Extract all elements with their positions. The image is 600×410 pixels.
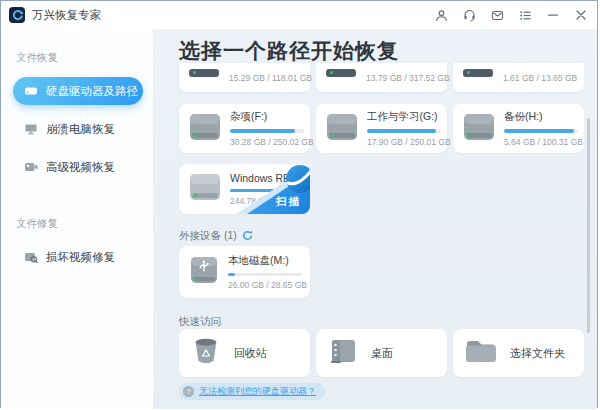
drive-icon — [189, 173, 221, 205]
capacity-bar — [230, 129, 304, 133]
quick-access-label: 快速访问 — [179, 315, 221, 329]
app-title: 万兴恢复专家 — [32, 8, 431, 23]
quick-access-label: 选择文件夹 — [510, 346, 565, 361]
drive-icon — [326, 113, 358, 145]
titlebar: 万兴恢复专家 — [1, 1, 597, 29]
sidebar-item-corrupted-video-repair[interactable]: 损坏视频修复 — [13, 243, 143, 271]
folder-icon — [465, 337, 497, 369]
drive-name: 备份(H:) — [504, 110, 574, 124]
support-icon[interactable] — [459, 5, 479, 25]
feedback-icon[interactable] — [487, 5, 507, 25]
usb-drive-icon — [189, 255, 219, 289]
sidebar: 文件恢复 硬盘驱动器及路径 崩溃电脑恢复 高级视频恢复 文件 — [1, 29, 153, 409]
menu-icon[interactable] — [515, 5, 535, 25]
sidebar-item-label: 硬盘驱动器及路径 — [46, 84, 138, 99]
page-title: 选择一个路径开始恢复 — [179, 37, 399, 65]
sidebar-item-advanced-video[interactable]: 高级视频恢复 — [13, 153, 143, 181]
drive-name: 杂项(F:) — [230, 110, 300, 124]
minimize-button[interactable] — [543, 5, 563, 25]
drive-card-partial[interactable]: 1.61 GB / 13.65 GB — [453, 63, 584, 92]
recycle-bin-icon — [191, 336, 221, 370]
sidebar-section-file-recovery: 文件恢复 — [16, 51, 153, 65]
drive-card-partial[interactable]: 13.79 GB / 317.52 GB — [316, 63, 447, 92]
cannot-detect-drive-tip: ? 无法检测到您的硬盘驱动器？ — [179, 383, 325, 400]
capacity-bar — [367, 129, 441, 133]
sidebar-section-file-repair: 文件修复 — [16, 217, 153, 231]
video-icon — [23, 161, 38, 174]
drive-name: 本地磁盘(M:) — [228, 254, 300, 268]
sidebar-item-crashed-computer[interactable]: 崩溃电脑恢复 — [13, 115, 143, 143]
sidebar-item-label: 损坏视频修复 — [46, 250, 115, 265]
quick-access-header: 快速访问 — [179, 315, 221, 329]
quick-access-recycle-bin[interactable]: 回收站 — [179, 329, 310, 377]
drive-card-h[interactable]: 备份(H:) 5.64 GB / 100.31 GB — [453, 104, 584, 153]
sidebar-item-label: 高级视频恢复 — [46, 160, 115, 175]
quick-access-desktop[interactable]: 桌面 — [316, 329, 447, 377]
drive-card-g[interactable]: 工作与学习(G:) 17.90 GB / 250.01 GB — [316, 104, 447, 153]
close-button[interactable] — [571, 5, 591, 25]
drive-capacity: 30.28 GB / 250.02 GB — [230, 137, 300, 147]
drive-name: 工作与学习(G:) — [367, 110, 437, 124]
cannot-detect-drive-link[interactable]: 无法检测到您的硬盘驱动器？ — [199, 385, 316, 398]
video-repair-icon — [23, 251, 38, 264]
drive-icon — [189, 69, 219, 77]
drive-capacity: 26.00 GB / 28.65 GB — [228, 280, 300, 290]
capacity-bar — [230, 189, 304, 193]
drive-icon — [326, 69, 356, 77]
drive-capacity: 5.64 GB / 100.31 GB — [504, 137, 574, 147]
external-devices-label: 外接设备 (1) — [179, 229, 237, 243]
capacity-bar — [228, 273, 302, 277]
refresh-icon[interactable] — [242, 230, 253, 243]
account-icon[interactable] — [431, 5, 451, 25]
drive-capacity: 244.78 MB / 9 — [230, 196, 300, 206]
drive-icon — [23, 85, 38, 98]
drive-icon — [189, 113, 221, 145]
main-content: 选择一个路径开始恢复 15.29 GB / 118.01 GB 13.79 GB… — [153, 29, 597, 409]
drive-capacity: 13.79 GB / 317.52 GB — [366, 73, 450, 83]
vertical-scrollbar[interactable] — [587, 118, 590, 333]
app-window: 万兴恢复专家 文件恢复 — [0, 0, 598, 408]
quick-access-label: 桌面 — [371, 346, 393, 361]
drive-icon — [463, 69, 493, 77]
sidebar-item-label: 崩溃电脑恢复 — [46, 122, 115, 137]
question-icon: ? — [183, 386, 194, 397]
app-logo-icon — [9, 7, 25, 23]
computer-icon — [23, 123, 38, 136]
drive-card-partial[interactable]: 15.29 GB / 118.01 GB — [179, 63, 310, 92]
drive-name: Windows RE to — [230, 172, 300, 184]
drive-card-windows-re[interactable]: Windows RE to 244.78 MB / 9 扫描 — [179, 164, 310, 214]
desktop-icon — [328, 336, 358, 370]
drive-capacity: 1.61 GB / 13.65 GB — [503, 73, 577, 83]
drive-capacity: 15.29 GB / 118.01 GB — [229, 73, 312, 83]
quick-access-label: 回收站 — [234, 346, 267, 361]
drive-card-m-usb[interactable]: 本地磁盘(M:) 26.00 GB / 28.65 GB — [179, 246, 310, 298]
capacity-bar — [504, 129, 578, 133]
quick-access-select-folder[interactable]: 选择文件夹 — [453, 329, 584, 377]
external-devices-header: 外接设备 (1) — [179, 229, 253, 243]
drive-icon — [463, 113, 495, 145]
drive-card-f[interactable]: 杂项(F:) 30.28 GB / 250.02 GB — [179, 104, 310, 153]
sidebar-item-drives-and-paths[interactable]: 硬盘驱动器及路径 — [13, 77, 143, 105]
drive-capacity: 17.90 GB / 250.01 GB — [367, 137, 437, 147]
